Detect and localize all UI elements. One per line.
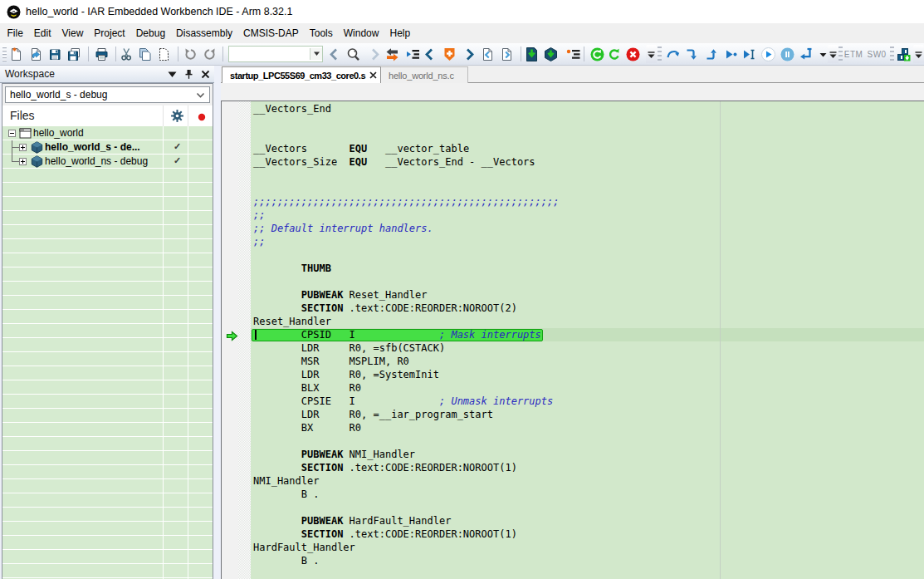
toolbar-overflow-icon — [915, 50, 922, 61]
find-button[interactable] — [343, 44, 363, 64]
tab-startup-LPC55S69-cm33-core0-s[interactable]: startup_LPC55S69_cm33_core0.s — [222, 66, 381, 83]
column-divider — [163, 105, 164, 126]
undo-button[interactable] — [180, 44, 200, 64]
workspace-close-icon[interactable] — [199, 69, 211, 81]
workspace-combo-strip: hello_world_s - debug — [2, 84, 213, 105]
app-icon — [7, 5, 21, 19]
new-document-button[interactable] — [6, 44, 26, 64]
editor-pane: __Vectors_End __Vectors EQU __vector_tab… — [221, 101, 924, 579]
cut-button[interactable] — [116, 44, 136, 64]
open-file-button[interactable] — [26, 44, 46, 64]
save-all-button[interactable] — [64, 44, 84, 64]
quick-search-dropdown-button[interactable] — [310, 48, 322, 60]
code-line: PUBWEAK HardFault_Handler — [253, 514, 559, 527]
step-over-button[interactable] — [662, 44, 682, 64]
quick-search-combo[interactable] — [228, 46, 323, 62]
menu-bar: FileEditViewProjectDebugDisassemblyCMSIS… — [0, 23, 924, 43]
menu-project[interactable]: Project — [89, 23, 130, 43]
files-tree-row[interactable]: hello_world_ns - debug✓ — [2, 155, 213, 169]
find-previous-button[interactable] — [324, 44, 344, 64]
menu-window[interactable]: Window — [338, 23, 384, 43]
tab-label: startup_LPC55S69_cm33_core0.s — [222, 71, 367, 81]
run-to-cursor-icon — [742, 47, 756, 61]
menu-file[interactable]: File — [2, 23, 28, 43]
stop-button[interactable] — [623, 44, 643, 64]
configuration-selector[interactable]: hello_world_s - debug — [5, 86, 210, 103]
toolbar-grip[interactable] — [838, 47, 843, 61]
paste-button[interactable] — [154, 44, 174, 64]
menu-disassembly[interactable]: Disassembly — [171, 23, 238, 43]
tab-hello-world-ns-c[interactable]: hello_world_ns.c — [381, 66, 468, 83]
swo-trace-button[interactable]: SW0 — [868, 44, 886, 64]
menu-edit[interactable]: Edit — [28, 23, 56, 43]
tab-close-icon[interactable] — [367, 70, 379, 81]
files-tree-row[interactable]: hello_world_s - de...✓ — [2, 140, 213, 155]
step-out-button[interactable] — [702, 44, 721, 64]
redo-button[interactable] — [199, 44, 219, 64]
workspace-menu-icon[interactable] — [166, 69, 178, 81]
download-flash-button[interactable] — [893, 44, 913, 64]
files-tree-header[interactable]: Files — [2, 105, 213, 126]
column-divider — [188, 105, 188, 126]
code-line: PUBWEAK Reset_Handler — [253, 288, 559, 302]
debug-without-downloading-button[interactable] — [540, 44, 560, 64]
download-and-debug-button[interactable] — [521, 44, 541, 64]
gear-icon[interactable] — [171, 110, 183, 125]
breakpoint-dot-icon[interactable] — [198, 112, 206, 124]
expand-icon[interactable] — [19, 158, 27, 165]
column-divider — [188, 126, 188, 579]
code-line: NMI_Handler — [253, 474, 559, 488]
redo-icon — [203, 47, 217, 61]
toolbar-overflow-button[interactable] — [913, 45, 924, 63]
next-statement-button[interactable] — [721, 44, 741, 64]
print-button[interactable] — [91, 44, 111, 64]
code-line: HardFault_Handler — [253, 541, 559, 554]
next-bookmark-button[interactable] — [459, 44, 479, 64]
etm-trace-button[interactable]: ETM — [844, 44, 863, 64]
find-icon — [346, 47, 360, 61]
code-area[interactable]: __Vectors_End __Vectors EQU __vector_tab… — [251, 101, 924, 579]
right-margin-line — [720, 101, 721, 579]
menu-help[interactable]: Help — [384, 23, 416, 43]
copy-button[interactable] — [134, 44, 154, 64]
toolbar-overflow-button[interactable] — [828, 45, 838, 63]
previous-bookmark-button[interactable] — [419, 44, 439, 64]
workspace-panel-titlebar[interactable]: Workspace — [0, 66, 214, 83]
step-into-button[interactable] — [682, 44, 702, 64]
restart-button[interactable] — [604, 44, 624, 64]
pin-icon[interactable] — [183, 69, 194, 81]
code-line: __Vectors_End — [253, 102, 559, 115]
save-button[interactable] — [45, 44, 65, 64]
toggle-breakpoint-button[interactable] — [439, 44, 459, 64]
expand-icon[interactable] — [19, 144, 27, 151]
files-tree-row[interactable]: hello_world — [2, 126, 213, 140]
print-icon — [95, 47, 109, 61]
menu-tools[interactable]: Tools — [304, 23, 338, 43]
project-cube-icon — [31, 155, 43, 170]
code-line: SECTION .text:CODE:REORDER:NOROOT(2) — [253, 302, 559, 315]
toolbar-overflow-button[interactable] — [646, 45, 657, 63]
toggle-breakpoint-icon — [442, 47, 457, 61]
menu-view[interactable]: View — [56, 23, 89, 43]
next-statement-icon — [724, 47, 738, 61]
menu-debug[interactable]: Debug — [130, 23, 170, 43]
panel-splitter[interactable] — [214, 66, 221, 579]
run-to-cursor-button[interactable] — [739, 44, 759, 64]
break-on-button[interactable] — [563, 44, 583, 64]
next-location-button[interactable] — [496, 44, 516, 64]
checkmark-icon: ✓ — [165, 155, 189, 166]
code-line: ;; Default interrupt handlers. — [253, 222, 559, 235]
go-button[interactable] — [758, 44, 778, 64]
navigate-button[interactable] — [382, 44, 402, 64]
break-button[interactable] — [777, 44, 797, 64]
collapse-icon[interactable] — [8, 130, 16, 137]
paste-icon — [157, 47, 171, 61]
code-line — [253, 248, 559, 262]
execution-arrow-icon — [226, 331, 238, 344]
code-line: PUBWEAK NMI_Handler — [253, 448, 559, 461]
menu-cmsis-dap[interactable]: CMSIS-DAP — [238, 23, 305, 43]
previous-location-button[interactable] — [477, 44, 497, 64]
toolbar-grip[interactable] — [658, 47, 662, 61]
break-icon — [780, 47, 794, 61]
previous-location-icon — [481, 47, 495, 61]
